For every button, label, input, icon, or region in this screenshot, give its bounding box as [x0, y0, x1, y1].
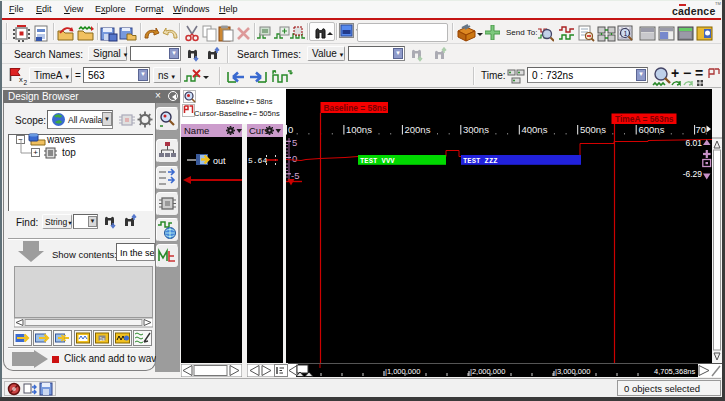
svg-text:TEST VVV: TEST VVV [360, 157, 395, 165]
svg-text:TimeA = 563ns: TimeA = 563ns [615, 114, 674, 124]
svg-text:0: 0 [288, 124, 293, 135]
svg-text:1: 1 [624, 30, 628, 37]
svg-text:x: x [19, 75, 23, 84]
svg-text:2: 2 [24, 79, 28, 86]
svg-text:400ns: 400ns [522, 124, 548, 135]
svg-text:5: 5 [292, 137, 297, 148]
svg-text:600ns: 600ns [639, 124, 665, 135]
svg-text:0: 0 [292, 153, 297, 164]
svg-text:300ns: 300ns [463, 124, 489, 135]
svg-text:6.01: 6.01 [685, 138, 702, 148]
svg-text:100ns: 100ns [346, 124, 372, 135]
svg-text:1s: 1s [100, 336, 106, 342]
svg-text:-6.29: -6.29 [683, 169, 703, 179]
svg-text:70: 70 [696, 124, 707, 135]
svg-text:200ns: 200ns [405, 124, 431, 135]
svg-text:-5: -5 [291, 170, 299, 181]
svg-text:TEST ZZZ: TEST ZZZ [463, 157, 498, 165]
svg-text:500ns: 500ns [580, 124, 606, 135]
svg-text:Baseline = 58ns: Baseline = 58ns [324, 103, 387, 113]
